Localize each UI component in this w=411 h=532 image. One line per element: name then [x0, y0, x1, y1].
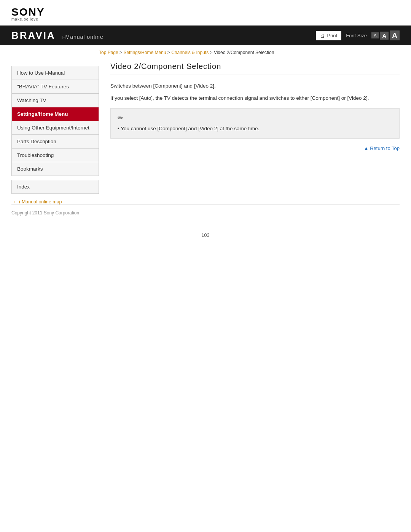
sony-text: SONY — [11, 7, 400, 18]
sidebar: How to Use i-Manual "BRAVIA" TV Features… — [11, 66, 99, 204]
breadcrumb: Top Page > Settings/Home Menu > Channels… — [99, 45, 411, 58]
main-wrapper: How to Use i-Manual "BRAVIA" TV Features… — [0, 58, 411, 204]
page-number: 103 — [0, 221, 411, 246]
logo-area: SONY make.believe — [0, 0, 411, 26]
copyright-text: Copyright 2011 Sony Corporation — [11, 210, 79, 216]
imanual-map-link[interactable]: i-Manual online map — [19, 199, 62, 204]
breadcrumb-current: Video 2/Component Selection — [214, 50, 274, 55]
print-label: Print — [327, 33, 337, 38]
print-button[interactable]: 🖨 Print — [316, 31, 341, 40]
breadcrumb-settings-home[interactable]: Settings/Home Menu — [123, 50, 166, 55]
sony-tagline: make.believe — [11, 18, 400, 21]
print-icon: 🖨 — [320, 33, 325, 38]
bravia-logo: BRAVIA — [11, 30, 56, 42]
font-small-button[interactable]: A — [371, 32, 379, 38]
breadcrumb-sep2: > — [167, 50, 171, 55]
breadcrumb-sep1: > — [119, 50, 123, 55]
sidebar-item-using-other[interactable]: Using Other Equipment/Internet — [11, 121, 99, 134]
return-top-area: ▲ Return to Top — [110, 139, 400, 156]
font-large-button[interactable]: A — [390, 30, 400, 40]
bravia-right: 🖨 Print Font Size A A A — [316, 30, 400, 40]
sidebar-item-troubleshooting[interactable]: Troubleshooting — [11, 148, 99, 162]
font-size-controls: A A A — [371, 30, 400, 40]
note-icon: ✏ — [118, 114, 392, 122]
note-list: You cannot use [Component] and [Video 2]… — [118, 125, 392, 133]
arrow-icon: → — [11, 199, 16, 204]
content-para2: If you select [Auto], the TV detects the… — [110, 94, 400, 102]
sony-logo: SONY make.believe — [11, 7, 400, 21]
page-title: Video 2/Component Selection — [110, 62, 400, 75]
return-to-top-link[interactable]: ▲ Return to Top — [364, 145, 400, 151]
note-list-item: You cannot use [Component] and [Video 2]… — [118, 125, 392, 133]
sidebar-item-parts-description[interactable]: Parts Description — [11, 134, 99, 148]
breadcrumb-sep3: > — [210, 50, 214, 55]
sidebar-item-watching-tv[interactable]: Watching TV — [11, 93, 99, 107]
footer: Copyright 2011 Sony Corporation — [0, 205, 411, 221]
breadcrumb-channels-inputs[interactable]: Channels & Inputs — [171, 50, 209, 55]
content-para1: Switches between [Component] and [Video … — [110, 82, 400, 90]
bravia-left: BRAVIA i-Manual online — [11, 30, 104, 42]
sidebar-item-bookmarks[interactable]: Bookmarks — [11, 162, 99, 176]
sidebar-item-bravia-features[interactable]: "BRAVIA" TV Features — [11, 80, 99, 93]
sidebar-item-index[interactable]: Index — [11, 180, 99, 194]
imanual-label: i-Manual online — [62, 34, 104, 40]
content-area: Video 2/Component Selection Switches bet… — [110, 58, 400, 204]
font-size-label: Font Size — [346, 33, 367, 38]
breadcrumb-top-page[interactable]: Top Page — [99, 50, 118, 55]
sidebar-gap — [11, 176, 99, 180]
bravia-banner: BRAVIA i-Manual online 🖨 Print Font Size… — [0, 26, 411, 45]
note-box: ✏ You cannot use [Component] and [Video … — [110, 108, 400, 139]
sidebar-item-settings-home-menu[interactable]: Settings/Home Menu — [11, 107, 99, 121]
font-medium-button[interactable]: A — [380, 32, 389, 40]
sidebar-item-how-to-use[interactable]: How to Use i-Manual — [11, 66, 99, 80]
sidebar-map-link-area: → i-Manual online map — [11, 199, 99, 204]
